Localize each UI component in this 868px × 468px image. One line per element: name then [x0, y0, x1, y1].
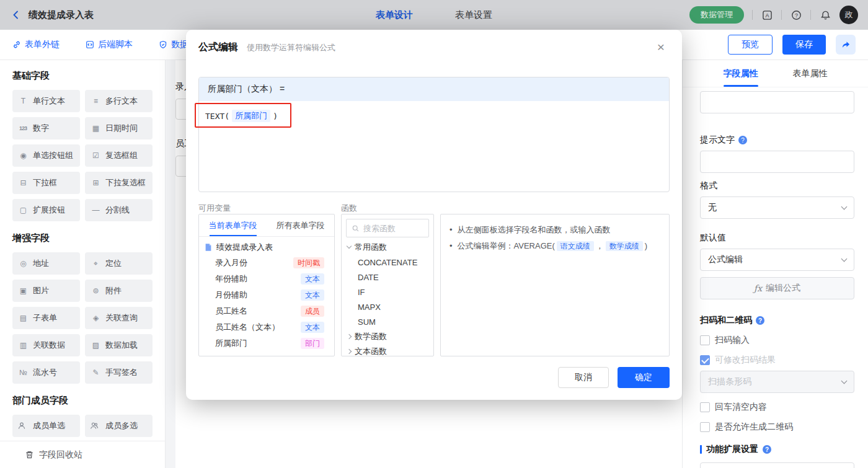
close-icon[interactable]: × [652, 38, 670, 56]
field-member-single[interactable]: 成员单选 [12, 415, 80, 437]
confirm-button[interactable]: 确定 [618, 367, 670, 388]
save-button[interactable]: 保存 [782, 35, 826, 55]
function-search-box[interactable] [346, 219, 429, 237]
field-image[interactable]: ▣图片 [12, 280, 80, 302]
field-address[interactable]: ◎地址 [12, 252, 80, 275]
variable-item[interactable]: 录入月份时间戳 [199, 255, 334, 271]
tab-field-properties[interactable]: 字段属性 [724, 60, 758, 87]
checkbox-checked-icon[interactable] [700, 355, 710, 365]
help-circle-icon[interactable]: ? [738, 136, 747, 144]
format-select[interactable]: 无 [700, 196, 854, 219]
field-number[interactable]: 123数字 [12, 117, 80, 139]
field-signature[interactable]: ✎手写签名 [85, 361, 153, 384]
tab-current-form-fields[interactable]: 当前表单字段 [199, 214, 267, 236]
form-external-link-button[interactable]: 表单外链 [12, 39, 60, 50]
field-datetime[interactable]: ▦日期时间 [85, 117, 153, 139]
variables-tree-root[interactable]: 绩效提成录入表 [199, 237, 334, 255]
divider [781, 10, 782, 20]
cancel-button[interactable]: 取消 [558, 367, 609, 388]
function-group-common[interactable]: 常用函数 [342, 240, 433, 255]
field-extend-button[interactable]: ▢扩展按钮 [12, 199, 80, 221]
tab-form-settings[interactable]: 表单设置 [455, 9, 492, 21]
document-icon [204, 243, 213, 252]
user-avatar[interactable]: 政 [839, 6, 858, 24]
image-icon: ▣ [17, 286, 29, 295]
formula-editor[interactable]: 所属部门（文本） = TEXT( 所属部门 ) [198, 77, 670, 192]
svg-text:?: ? [794, 12, 797, 18]
example-prefix: 公式编辑举例：AVERAGE( [458, 241, 555, 250]
translate-button[interactable]: A [761, 9, 773, 21]
checkbox-icon[interactable] [700, 422, 710, 432]
field-serial-number[interactable]: №流水号 [12, 361, 80, 384]
preview-button[interactable]: 预览 [728, 35, 773, 55]
text-icon: T [17, 97, 29, 105]
function-item-mapx[interactable]: MAPX [342, 299, 433, 314]
field-multi-line-text[interactable]: ≡多行文本 [85, 90, 153, 112]
tab-form-design[interactable]: 表单设计 [376, 9, 413, 21]
field-lookup[interactable]: ◈关联查询 [85, 307, 153, 329]
field-single-line-text[interactable]: T单行文本 [12, 90, 80, 112]
type-badge: 部门 [301, 338, 324, 349]
function-search-input[interactable] [363, 224, 423, 233]
checkbox-icon[interactable] [700, 335, 710, 345]
recycle-bin-icon [25, 450, 34, 459]
field-attachment[interactable]: ⊚附件 [85, 280, 153, 302]
property-text-input[interactable] [700, 91, 854, 113]
help-circle-icon[interactable]: ? [763, 445, 771, 454]
function-item-if[interactable]: IF [342, 285, 433, 299]
field-member-multi[interactable]: 成员多选 [85, 415, 153, 437]
field-recycle-bin[interactable]: 字段回收站 [0, 441, 165, 468]
backend-script-button[interactable]: 后端脚本 [86, 39, 133, 50]
field-multi-dropdown[interactable]: ⊞下拉复选框 [85, 172, 153, 194]
hint-text-input[interactable] [700, 151, 854, 173]
functions-label: 函数 [341, 203, 357, 214]
example-suffix: ) [645, 241, 647, 250]
function-item-date[interactable]: DATE [342, 270, 433, 285]
add-action-button[interactable]: 添加操作 [700, 462, 854, 468]
field-label: 关联数据 [33, 340, 65, 351]
tab-all-form-fields[interactable]: 所有表单字段 [267, 214, 334, 236]
variable-item[interactable]: 月份辅助文本 [199, 287, 334, 303]
variable-item[interactable]: 年份辅助文本 [199, 271, 334, 287]
tab-form-properties[interactable]: 表单属性 [793, 60, 828, 87]
checkbox-scan-input[interactable]: 扫码输入 [700, 335, 854, 346]
notification-button[interactable] [819, 9, 831, 21]
field-radio-group[interactable]: ◉单选按钮组 [12, 144, 80, 167]
checkbox-allow-qrcode[interactable]: 是否允许生成二维码 [700, 422, 854, 433]
field-divider[interactable]: —分割线 [85, 199, 153, 221]
modal-subtitle: 使用数学运算符编辑公式 [247, 42, 335, 53]
link-icon [12, 40, 21, 49]
checkbox-enter-clear[interactable]: 回车清空内容 [700, 402, 854, 413]
help-button[interactable]: ? [790, 9, 802, 21]
back-button[interactable] [10, 9, 22, 21]
variable-item[interactable]: 员工姓名（文本）文本 [199, 319, 334, 335]
field-label: 数字 [33, 123, 49, 134]
field-checkbox-group[interactable]: ☑复选框组 [85, 144, 153, 167]
field-subform[interactable]: ▤子表单 [12, 307, 80, 329]
checkbox-modify-scan-result[interactable]: 可修改扫码结果 [700, 355, 854, 366]
data-manage-button[interactable]: 数据管理 [689, 6, 744, 24]
formula-expression[interactable]: TEXT( 所属部门 ) [199, 101, 669, 131]
field-data-load[interactable]: ▨数据加载 [85, 334, 153, 356]
share-button[interactable] [836, 35, 856, 55]
formula-field-chip[interactable]: 所属部门 [232, 110, 270, 122]
function-group-math[interactable]: 数学函数 [342, 329, 433, 344]
field-location[interactable]: ⌖定位 [85, 252, 153, 275]
checkbox-icon[interactable] [700, 402, 710, 412]
subform-icon: ▤ [17, 314, 29, 322]
field-linked-data[interactable]: ▥关联数据 [12, 334, 80, 356]
barcode-scan-select[interactable]: 扫描条形码 [700, 371, 854, 393]
default-value-select[interactable]: 公式编辑 [700, 249, 854, 271]
variable-name: 录入月份 [215, 257, 247, 268]
tips-panel: • 从左侧面板选择字段名和函数，或输入函数 • 公式编辑举例：AVERAGE(语… [440, 214, 670, 356]
section-bar [700, 445, 702, 454]
variable-item[interactable]: 员工姓名成员 [199, 303, 334, 319]
function-item-concatenate[interactable]: CONCATENATE [342, 255, 433, 270]
field-dropdown[interactable]: ⊟下拉框 [12, 172, 80, 194]
variable-item[interactable]: 所属部门部门 [199, 335, 334, 351]
edit-formula-button[interactable]: ƒx 编辑公式 [700, 277, 854, 299]
help-circle-icon[interactable]: ? [756, 316, 764, 325]
function-item-sum[interactable]: SUM [342, 314, 433, 329]
basic-fields-grid: T单行文本 ≡多行文本 123数字 ▦日期时间 ◉单选按钮组 ☑复选框组 ⊟下拉… [12, 90, 153, 221]
function-group-text[interactable]: 文本函数 [342, 344, 433, 356]
